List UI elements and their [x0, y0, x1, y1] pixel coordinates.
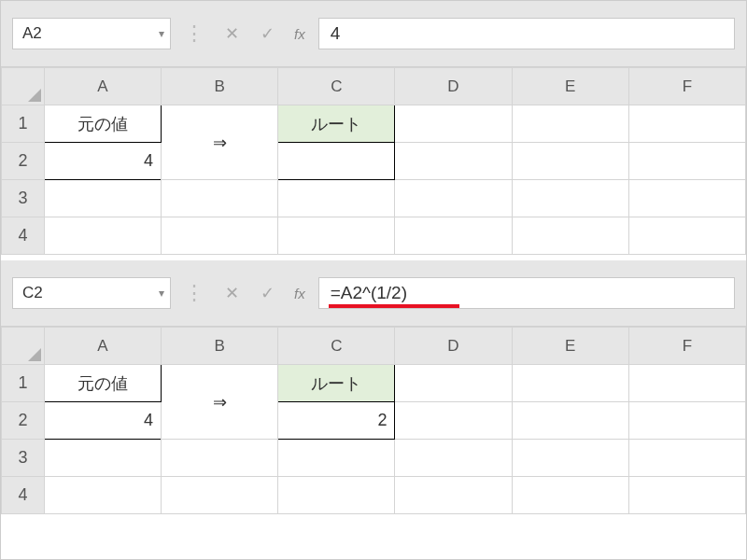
- cell-a2[interactable]: 4: [44, 143, 161, 180]
- excel-panel-bottom: C2 ▾ ⋮ ✕ ✓ fx =A2^(1/2) A B C D E F 1 元の…: [1, 260, 746, 514]
- cell-e4[interactable]: [512, 477, 628, 514]
- spreadsheet-grid: A B C D E F 1 元の値 ⇒ ルート 2 4 2: [1, 327, 746, 514]
- row-header-3[interactable]: 3: [2, 440, 45, 477]
- cell-e3[interactable]: [512, 440, 628, 477]
- column-header-d[interactable]: D: [395, 328, 512, 365]
- column-header-a[interactable]: A: [44, 328, 161, 365]
- cell-f2[interactable]: [628, 143, 745, 180]
- cell-e1[interactable]: [512, 105, 628, 143]
- column-header-f[interactable]: F: [628, 328, 745, 365]
- formula-bar: A2 ▾ ⋮ ✕ ✓ fx 4: [1, 1, 746, 67]
- select-all-corner[interactable]: [2, 328, 45, 365]
- fx-icon[interactable]: fx: [289, 286, 311, 301]
- row-header-1[interactable]: 1: [2, 105, 45, 143]
- column-header-a[interactable]: A: [44, 68, 161, 105]
- cancel-icon[interactable]: ✕: [218, 279, 246, 307]
- fx-icon[interactable]: fx: [289, 26, 311, 42]
- excel-panel-top: A2 ▾ ⋮ ✕ ✓ fx 4 A B C D E F 1 元の値 ⇒: [1, 1, 746, 255]
- cell-d3[interactable]: [395, 440, 512, 477]
- enter-icon[interactable]: ✓: [253, 20, 281, 48]
- formula-input-value: =A2^(1/2): [331, 283, 407, 303]
- column-header-b[interactable]: B: [162, 68, 278, 105]
- row-header-4[interactable]: 4: [2, 217, 45, 255]
- cell-e2[interactable]: [512, 402, 628, 440]
- cell-b3[interactable]: [162, 440, 278, 477]
- cell-f1[interactable]: [628, 365, 745, 402]
- cell-a3[interactable]: [44, 180, 161, 217]
- spreadsheet-grid: A B C D E F 1 元の値 ⇒ ルート 2 4: [1, 67, 746, 255]
- dropdown-icon[interactable]: ▾: [159, 27, 164, 40]
- cell-c2[interactable]: 2: [278, 402, 395, 440]
- cell-b3[interactable]: [162, 180, 278, 217]
- column-header-c[interactable]: C: [278, 68, 395, 105]
- cell-c2[interactable]: [278, 143, 395, 180]
- formula-input[interactable]: 4: [318, 18, 735, 49]
- column-header-b[interactable]: B: [162, 328, 278, 365]
- cell-c3[interactable]: [278, 440, 395, 477]
- name-box-value: C2: [22, 284, 43, 302]
- cell-d2[interactable]: [395, 402, 512, 440]
- highlight-underline: [329, 304, 459, 308]
- select-all-corner[interactable]: [2, 68, 45, 105]
- cell-f3[interactable]: [628, 440, 745, 477]
- cell-a2[interactable]: 4: [44, 402, 161, 440]
- column-header-c[interactable]: C: [278, 328, 395, 365]
- cell-a4[interactable]: [44, 217, 161, 255]
- cell-e4[interactable]: [512, 217, 628, 255]
- name-box-value: A2: [22, 24, 42, 43]
- cell-f4[interactable]: [628, 477, 745, 514]
- cell-e2[interactable]: [512, 143, 628, 180]
- cell-a1[interactable]: 元の値: [44, 105, 161, 143]
- cell-c1[interactable]: ルート: [278, 105, 395, 143]
- cell-a3[interactable]: [44, 440, 161, 477]
- column-header-e[interactable]: E: [512, 68, 628, 105]
- cell-b-arrow[interactable]: ⇒: [162, 105, 278, 180]
- name-box[interactable]: A2 ▾: [12, 18, 171, 49]
- cancel-icon[interactable]: ✕: [218, 20, 246, 48]
- cell-c4[interactable]: [278, 477, 395, 514]
- cell-b-arrow[interactable]: ⇒: [162, 365, 278, 440]
- column-header-f[interactable]: F: [628, 68, 745, 105]
- cell-c1[interactable]: ルート: [278, 365, 395, 402]
- cell-a1[interactable]: 元の値: [44, 365, 161, 402]
- formula-input[interactable]: =A2^(1/2): [318, 277, 735, 309]
- cell-e1[interactable]: [512, 365, 628, 402]
- dropdown-icon[interactable]: ▾: [159, 287, 164, 300]
- column-header-d[interactable]: D: [395, 68, 512, 105]
- cell-d3[interactable]: [395, 180, 512, 217]
- cell-d1[interactable]: [395, 105, 512, 143]
- separator-icon: ⋮: [178, 281, 210, 305]
- cell-f2[interactable]: [628, 402, 745, 440]
- cell-d1[interactable]: [395, 365, 512, 402]
- row-header-3[interactable]: 3: [2, 180, 45, 217]
- column-header-e[interactable]: E: [512, 328, 628, 365]
- formula-input-value: 4: [331, 23, 341, 44]
- row-header-2[interactable]: 2: [2, 143, 45, 180]
- cell-f4[interactable]: [628, 217, 745, 255]
- cell-d4[interactable]: [395, 217, 512, 255]
- cell-d2[interactable]: [395, 143, 512, 180]
- separator-icon: ⋮: [178, 21, 210, 46]
- cell-f1[interactable]: [628, 105, 745, 143]
- name-box[interactable]: C2 ▾: [12, 277, 171, 309]
- cell-c3[interactable]: [278, 180, 395, 217]
- cell-a4[interactable]: [44, 477, 161, 514]
- cell-f3[interactable]: [628, 180, 745, 217]
- formula-bar: C2 ▾ ⋮ ✕ ✓ fx =A2^(1/2): [1, 260, 746, 327]
- cell-e3[interactable]: [512, 180, 628, 217]
- cell-d4[interactable]: [395, 477, 512, 514]
- row-header-1[interactable]: 1: [2, 365, 45, 402]
- row-header-2[interactable]: 2: [2, 402, 45, 440]
- row-header-4[interactable]: 4: [2, 477, 45, 514]
- cell-c4[interactable]: [278, 217, 395, 255]
- cell-b4[interactable]: [162, 477, 278, 514]
- cell-b4[interactable]: [162, 217, 278, 255]
- enter-icon[interactable]: ✓: [253, 279, 281, 307]
